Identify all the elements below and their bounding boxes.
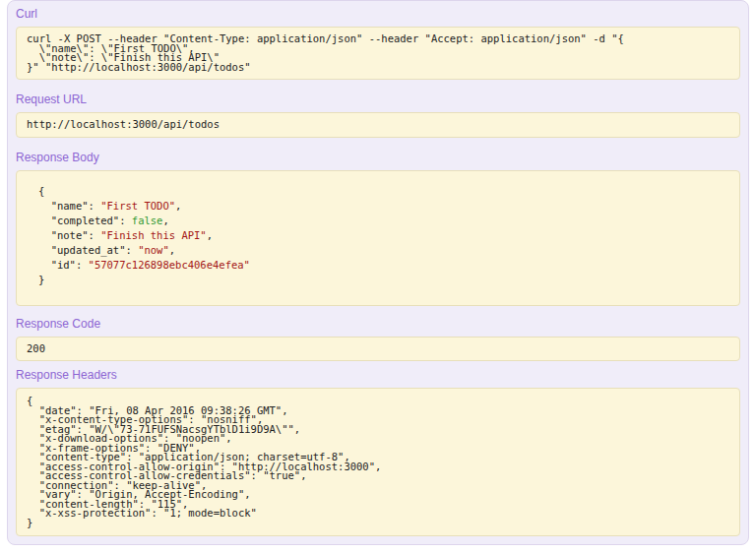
response-headers-section-title: Response Headers [16, 369, 740, 382]
response-code-block: 200 [16, 337, 740, 362]
request-url-block: http://localhost:3000/api/todos [16, 112, 740, 138]
curl-command-block: curl -X POST --header "Content-Type: app… [16, 27, 740, 80]
response-body-block: { "name": "First TODO", "completed": fal… [16, 170, 740, 306]
api-response-panel: Curl curl -X POST --header "Content-Type… [7, 0, 749, 545]
curl-section-title: Curl [16, 8, 740, 21]
response-code-section-title: Response Code [16, 318, 740, 331]
response-headers-block: { "date": "Fri, 08 Apr 2016 09:38:26 GMT… [16, 388, 740, 536]
request-url-section-title: Request URL [16, 93, 740, 106]
response-body-section-title: Response Body [16, 152, 740, 164]
